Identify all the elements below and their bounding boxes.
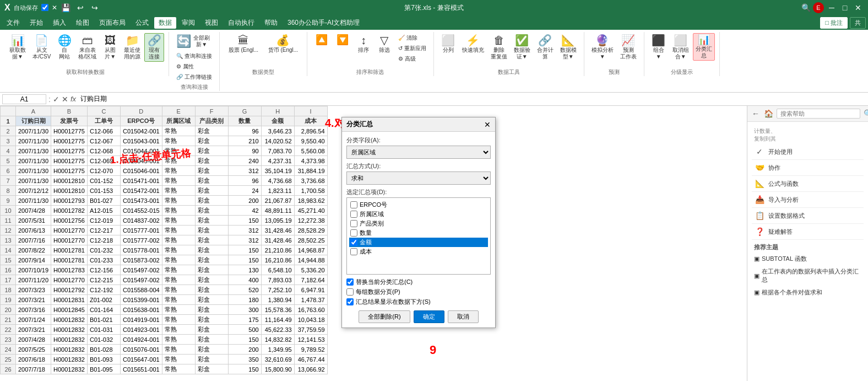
checkbox-item-金额[interactable]: 金额 xyxy=(349,238,488,247)
cell-r7-c5[interactable]: 常熟 xyxy=(162,176,195,186)
cell-r18-c4[interactable]: C015588-004 xyxy=(120,285,162,295)
cell-r21-c2[interactable]: H00012832 xyxy=(51,315,88,325)
cell-r2-c6[interactable]: 彩盒 xyxy=(195,126,228,136)
cell-r25-c4[interactable]: C015647-001 xyxy=(120,355,162,364)
cell-r6-c2[interactable]: H00012775 xyxy=(51,166,88,176)
cell-r20-c9[interactable]: 16,763.60 xyxy=(294,305,327,315)
cell-r19-c7[interactable]: 180 xyxy=(228,295,261,305)
header-amount[interactable]: 金额 xyxy=(261,116,294,126)
cell-r17-c8[interactable]: 7,893.03 xyxy=(261,275,294,285)
cell-r8-c5[interactable]: 常熟 xyxy=(162,186,195,196)
cell-r16-c8[interactable]: 6,548.10 xyxy=(261,265,294,275)
cell-r14-c5[interactable]: 常熟 xyxy=(162,245,195,255)
help-search-button[interactable]: 🔍 xyxy=(862,108,868,119)
formula-input[interactable] xyxy=(78,95,866,104)
cell-r9-c3[interactable]: B01-027 xyxy=(87,196,120,206)
cell-r8-c7[interactable]: 24 xyxy=(228,186,261,196)
from-image-button[interactable]: 🖼 从图片▼ xyxy=(100,33,120,62)
show-below-checkbox[interactable] xyxy=(346,298,354,305)
help-item-format[interactable]: 📋 设置数据格式 xyxy=(752,208,864,224)
cell-r6-c1[interactable]: 2007/11/30 xyxy=(16,166,51,176)
cell-r2-c8[interactable]: 3,646.23 xyxy=(261,126,294,136)
cell-r2-c2[interactable]: H00012775 xyxy=(51,126,88,136)
cell-r23-c9[interactable]: 12,141.53 xyxy=(294,335,327,345)
close-button[interactable]: ✕ xyxy=(853,2,864,13)
classification-field-select[interactable]: 所属区域 xyxy=(346,146,491,159)
cell-r7-c3[interactable]: C01-152 xyxy=(87,176,120,186)
replace-current-label[interactable]: 替换当前分类汇总(C) xyxy=(346,278,491,286)
remove-duplicates-button[interactable]: 🗑 删除重复值 xyxy=(488,33,510,62)
ungroup-button[interactable]: ⬜ 取消组合▼ xyxy=(670,33,692,62)
cell-r4-c6[interactable]: 彩盒 xyxy=(195,146,228,156)
menu-review[interactable]: 审阅 xyxy=(177,17,199,29)
subtotal-dialog[interactable]: 分类汇总 ✕ 分类字段(A): 所属区域 汇总方式(U): 求和 选定汇总项(D… xyxy=(341,117,496,328)
page-break-checkbox[interactable] xyxy=(346,288,354,296)
replace-current-checkbox[interactable] xyxy=(346,278,354,286)
cell-r7-c4[interactable]: C015471-001 xyxy=(120,176,162,186)
cell-r26-c7[interactable]: 150 xyxy=(228,364,261,374)
split-column-button[interactable]: ⬜ 分列 xyxy=(438,33,458,55)
cell-r11-c6[interactable]: 彩盒 xyxy=(195,216,228,226)
cell-r14-c9[interactable]: 14,968.87 xyxy=(294,245,327,255)
cell-r15-c6[interactable]: 彩盒 xyxy=(195,255,228,265)
cell-r19-c8[interactable]: 1,380.94 xyxy=(261,295,294,305)
cell-r10-c3[interactable]: A12-015 xyxy=(87,206,120,216)
minimize-button[interactable]: ─ xyxy=(826,2,837,13)
cell-r4-c3[interactable]: C12-068 xyxy=(87,146,120,156)
cell-r21-c6[interactable]: 彩盒 xyxy=(195,315,228,325)
cell-r26-c6[interactable]: 彩盒 xyxy=(195,364,228,374)
menu-autorun[interactable]: 自动执行 xyxy=(224,17,259,29)
cell-r4-c8[interactable]: 7,083.70 xyxy=(261,146,294,156)
maximize-button[interactable]: □ xyxy=(839,2,850,13)
cell-r5-c5[interactable]: 常熟 xyxy=(162,156,195,166)
cell-r22-c4[interactable]: C014923-001 xyxy=(120,325,162,335)
cell-r8-c4[interactable]: C015472-001 xyxy=(120,186,162,196)
cell-r17-c2[interactable]: H00012770 xyxy=(51,275,88,285)
cell-r15-c9[interactable]: 14,944.88 xyxy=(294,255,327,265)
cell-r22-c6[interactable]: 彩盒 xyxy=(195,325,228,335)
cell-r11-c4[interactable]: C014837-002 xyxy=(120,216,162,226)
cell-r15-c4[interactable]: C015873-002 xyxy=(120,255,162,265)
cell-r3-c3[interactable]: C12-067 xyxy=(87,136,120,146)
cell-r17-c7[interactable]: 400 xyxy=(228,275,261,285)
cell-r4-c9[interactable]: 5,560.08 xyxy=(294,146,327,156)
cell-r21-c8[interactable]: 11,164.49 xyxy=(261,315,294,325)
help-topic-sumif[interactable]: ▣ 根据各个条件对值求和 xyxy=(752,286,864,299)
from-table-button[interactable]: 🗃 来自表格/区域 xyxy=(75,33,99,62)
cell-r19-c4[interactable]: C015399-001 xyxy=(120,295,162,305)
cell-r12-c1[interactable]: 2007/6/13 xyxy=(16,226,51,235)
header-work-order[interactable]: 工单号 xyxy=(87,116,120,126)
cell-r13-c9[interactable]: 28,502.25 xyxy=(294,235,327,245)
cell-r8-c8[interactable]: 1,823.11 xyxy=(261,186,294,196)
cell-r18-c2[interactable]: H00012792 xyxy=(51,285,88,295)
show-below-label[interactable]: 汇总结果显示在数据下方(S) xyxy=(346,298,491,306)
cell-r23-c5[interactable]: 常熟 xyxy=(162,335,195,345)
cell-r10-c2[interactable]: H00012782 xyxy=(51,206,88,216)
cell-r6-c8[interactable]: 35,104.19 xyxy=(261,166,294,176)
cell-r23-c8[interactable]: 14,832.82 xyxy=(261,335,294,345)
cell-r22-c8[interactable]: 45,622.33 xyxy=(261,325,294,335)
cell-r13-c2[interactable]: H00012770 xyxy=(51,235,88,245)
cell-r18-c5[interactable]: 常熟 xyxy=(162,285,195,295)
help-topic-subtotal[interactable]: ▣ SUBTOTAL 函数 xyxy=(752,253,864,265)
data-model-button[interactable]: 📐 数据模型▼ xyxy=(557,33,579,62)
existing-connections-button[interactable]: 🔗 现有连接 xyxy=(144,33,164,62)
cell-r20-c8[interactable]: 15,578.36 xyxy=(261,305,294,315)
check-icon[interactable]: ✓ xyxy=(53,95,59,104)
cell-r4-c2[interactable]: H00012775 xyxy=(51,146,88,156)
cell-r16-c6[interactable]: 彩盒 xyxy=(195,265,228,275)
cell-r6-c9[interactable]: 31,884.19 xyxy=(294,166,327,176)
summary-method-select[interactable]: 求和 xyxy=(346,171,491,185)
cell-r15-c1[interactable]: 2007/9/14 xyxy=(16,255,51,265)
menu-start[interactable]: 开始 xyxy=(25,17,47,29)
sort-desc-button[interactable]: 🔽 xyxy=(333,33,352,46)
cell-r18-c9[interactable]: 6,947.91 xyxy=(294,285,327,295)
cell-r16-c2[interactable]: H00012783 xyxy=(51,265,88,275)
cell-r26-c1[interactable]: 2007/7/18 xyxy=(16,364,51,374)
cell-r8-c6[interactable]: 彩盒 xyxy=(195,186,228,196)
cell-r2-c9[interactable]: 2,896.54 xyxy=(294,126,327,136)
cell-r18-c7[interactable]: 520 xyxy=(228,285,261,295)
cell-r10-c9[interactable]: 45,271.40 xyxy=(294,206,327,216)
col-header-A[interactable]: A xyxy=(16,106,51,116)
dialog-close-button[interactable]: ✕ xyxy=(484,120,491,129)
